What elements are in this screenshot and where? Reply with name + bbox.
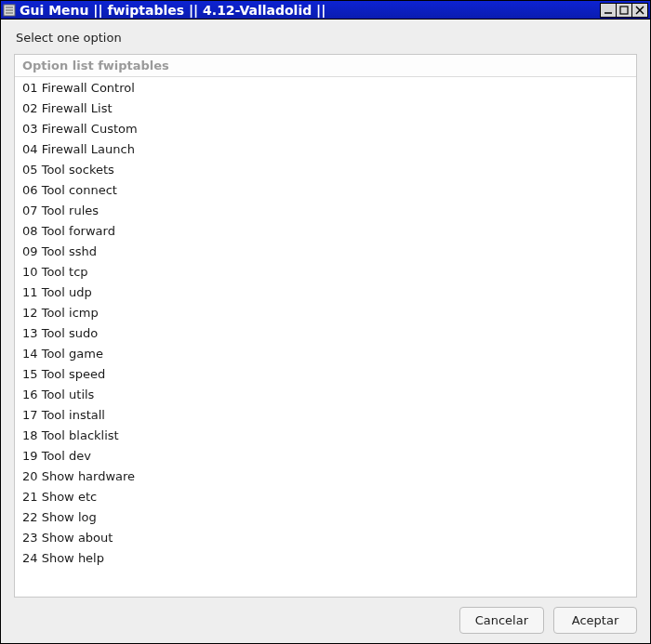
accept-button[interactable]: Aceptar — [553, 607, 637, 634]
list-item[interactable]: 20 Show hardware — [15, 466, 636, 486]
list-item[interactable]: 17 Tool install — [15, 404, 636, 425]
list-item[interactable]: 10 Tool tcp — [15, 261, 636, 282]
option-listbox[interactable]: Option list fwiptables 01 Firewall Contr… — [14, 54, 637, 598]
window-controls — [601, 3, 648, 18]
window-title: Gui Menu || fwiptables || 4.12-Valladoli… — [20, 3, 601, 18]
list-item[interactable]: 13 Tool sudo — [15, 322, 636, 343]
list-item[interactable]: 05 Tool sockets — [15, 159, 636, 179]
list-item[interactable]: 08 Tool forward — [15, 220, 636, 241]
list-item[interactable]: 11 Tool udp — [15, 282, 636, 302]
list-item[interactable]: 19 Tool dev — [15, 445, 636, 466]
list-item[interactable]: 22 Show log — [15, 506, 636, 527]
list-item[interactable]: 16 Tool utils — [15, 384, 636, 404]
list-item[interactable]: 06 Tool connect — [15, 179, 636, 200]
list-item[interactable]: 18 Tool blacklist — [15, 425, 636, 445]
list-item[interactable]: 07 Tool rules — [15, 200, 636, 220]
maximize-button[interactable] — [616, 3, 632, 18]
titlebar[interactable]: Gui Menu || fwiptables || 4.12-Valladoli… — [1, 1, 650, 20]
dialog-content: Select one option Option list fwiptables… — [1, 20, 650, 643]
button-row: Cancelar Aceptar — [14, 598, 637, 634]
svg-rect-5 — [620, 7, 628, 14]
list-item[interactable]: 02 Firewall List — [15, 98, 636, 118]
list-item[interactable]: 24 Show help — [15, 547, 636, 568]
app-menu-icon[interactable] — [3, 4, 16, 17]
list-item[interactable]: 21 Show etc — [15, 486, 636, 506]
list-item[interactable]: 01 Firewall Control — [15, 77, 636, 98]
list-body[interactable]: 01 Firewall Control02 Firewall List03 Fi… — [15, 77, 636, 597]
cancel-button[interactable]: Cancelar — [459, 607, 544, 634]
minimize-button[interactable] — [600, 3, 617, 18]
list-item[interactable]: 12 Tool icmp — [15, 302, 636, 322]
list-item[interactable]: 09 Tool sshd — [15, 241, 636, 261]
window: Gui Menu || fwiptables || 4.12-Valladoli… — [0, 0, 651, 644]
prompt-label: Select one option — [14, 31, 637, 45]
list-item[interactable]: 14 Tool game — [15, 343, 636, 363]
list-header[interactable]: Option list fwiptables — [15, 55, 636, 77]
list-item[interactable]: 15 Tool speed — [15, 363, 636, 384]
list-item[interactable]: 04 Firewall Launch — [15, 138, 636, 159]
list-item[interactable]: 23 Show about — [15, 527, 636, 547]
list-item[interactable]: 03 Firewall Custom — [15, 118, 636, 138]
close-button[interactable] — [631, 3, 648, 18]
